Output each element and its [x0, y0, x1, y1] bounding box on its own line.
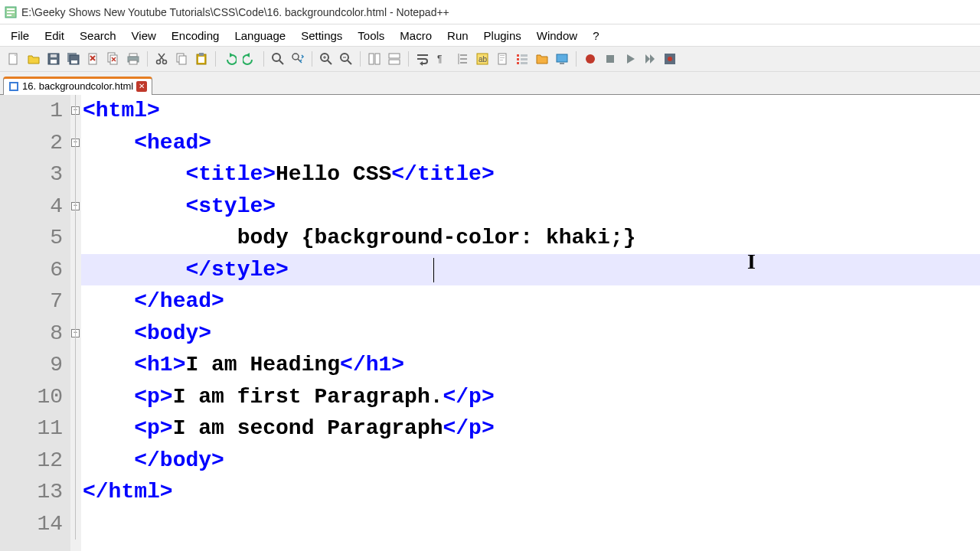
zoom-out-icon[interactable]: [337, 50, 355, 68]
code-line[interactable]: body {background-color: khaki;}: [81, 222, 980, 254]
svg-rect-70: [606, 55, 614, 63]
code-line[interactable]: [81, 508, 980, 540]
code-line[interactable]: </html>: [81, 476, 980, 508]
separator: [147, 51, 148, 67]
svg-rect-27: [179, 56, 186, 64]
line-number: 11: [0, 412, 63, 445]
tabbar: 16. backgroundcolor.html ✕: [0, 72, 980, 95]
copy-icon[interactable]: [172, 50, 191, 68]
open-file-icon[interactable]: [24, 50, 43, 68]
file-icon: [8, 81, 19, 92]
menu-macro[interactable]: Macro: [392, 26, 439, 45]
svg-point-69: [586, 54, 595, 64]
svg-rect-2: [7, 11, 15, 13]
save-icon[interactable]: [44, 50, 63, 68]
svg-text:ab: ab: [479, 55, 488, 64]
record-icon[interactable]: [581, 50, 599, 68]
separator: [215, 51, 216, 67]
folder-icon[interactable]: [533, 50, 551, 68]
wordwrap-icon[interactable]: [413, 50, 432, 68]
svg-rect-63: [517, 58, 519, 60]
menu-search[interactable]: Search: [72, 26, 124, 45]
mouse-ibeam-icon: I: [747, 249, 756, 274]
menu-tools[interactable]: Tools: [350, 26, 392, 45]
menu-view[interactable]: View: [124, 26, 164, 45]
zoom-in-icon[interactable]: [317, 50, 335, 68]
close-icon[interactable]: [84, 50, 103, 68]
line-number: 4: [0, 191, 63, 223]
text-caret: [433, 258, 434, 282]
code-area[interactable]: <html> <head> <title>Hello CSS</title> <…: [81, 95, 980, 551]
cut-icon[interactable]: [152, 50, 171, 68]
svg-line-24: [159, 54, 165, 60]
code-line[interactable]: <body>: [81, 318, 980, 350]
svg-marker-72: [645, 54, 650, 64]
print-icon[interactable]: [124, 50, 142, 68]
all-chars-icon[interactable]: ¶: [433, 50, 452, 68]
line-number: 2: [0, 127, 63, 159]
save-all-icon[interactable]: [64, 50, 83, 68]
menu-window[interactable]: Window: [529, 26, 585, 45]
fold-column: −−−−: [70, 95, 81, 551]
svg-rect-1: [7, 8, 15, 10]
close-all-icon[interactable]: [104, 50, 122, 68]
redo-icon[interactable]: [240, 50, 259, 68]
svg-line-34: [279, 60, 283, 64]
sync-v-icon[interactable]: [365, 50, 384, 68]
paste-icon[interactable]: [192, 50, 211, 68]
new-file-icon[interactable]: [5, 50, 23, 68]
svg-rect-44: [369, 54, 374, 64]
menu-edit[interactable]: Edit: [37, 26, 72, 45]
svg-marker-49: [420, 61, 423, 66]
code-line[interactable]: <title>Hello CSS</title>: [81, 158, 980, 191]
play-multi-icon[interactable]: [641, 50, 659, 68]
save-macro-icon[interactable]: [661, 50, 679, 68]
toolbar: ¶ab: [0, 46, 980, 72]
menu-language[interactable]: Language: [227, 26, 293, 45]
menubar: FileEditSearchViewEncodingLanguageSettin…: [0, 24, 980, 46]
app-icon: [5, 6, 17, 18]
code-line[interactable]: <style>: [81, 191, 980, 223]
code-line[interactable]: <html>: [81, 95, 980, 127]
line-number: 14: [0, 508, 63, 540]
replace-icon[interactable]: [289, 50, 307, 68]
close-tab-icon[interactable]: ✕: [136, 81, 147, 92]
svg-rect-47: [389, 60, 400, 64]
find-icon[interactable]: [269, 50, 287, 68]
menu-plugins[interactable]: Plugins: [476, 26, 529, 45]
menu-settings[interactable]: Settings: [293, 26, 350, 45]
svg-rect-7: [51, 60, 57, 64]
line-number: 1: [0, 95, 63, 127]
doc-map-icon[interactable]: [493, 50, 511, 68]
code-line[interactable]: <h1>I am Heading</h1>: [81, 349, 980, 381]
svg-rect-45: [375, 54, 380, 64]
svg-point-35: [292, 54, 299, 60]
code-line[interactable]: <p>I am first Paragraph.</p>: [81, 381, 980, 413]
tab-file[interactable]: 16. backgroundcolor.html ✕: [3, 77, 152, 95]
code-line[interactable]: </style>: [81, 254, 980, 286]
svg-marker-31: [230, 53, 234, 57]
code-line[interactable]: </body>: [81, 445, 980, 477]
svg-rect-61: [517, 54, 519, 57]
indent-guide-icon[interactable]: [453, 50, 472, 68]
editor[interactable]: 1234567891011121314 −−−− <html> <head> <…: [0, 95, 980, 551]
svg-point-33: [273, 54, 280, 61]
sync-h-icon[interactable]: [385, 50, 403, 68]
code-line[interactable]: <head>: [81, 127, 980, 159]
play-icon[interactable]: [621, 50, 639, 68]
menu-[interactable]: ?: [585, 26, 606, 45]
undo-icon[interactable]: [220, 50, 239, 68]
line-number: 10: [0, 381, 63, 413]
monitor-icon[interactable]: [553, 50, 571, 68]
code-line[interactable]: <p>I am second Paragraph</p>: [81, 412, 980, 445]
menu-file[interactable]: File: [3, 26, 37, 45]
lang-icon[interactable]: ab: [473, 50, 492, 68]
menu-encoding[interactable]: Encoding: [164, 26, 227, 45]
separator: [408, 51, 409, 67]
func-list-icon[interactable]: [513, 50, 531, 68]
menu-run[interactable]: Run: [439, 26, 476, 45]
stop-icon[interactable]: [601, 50, 619, 68]
code-line[interactable]: </head>: [81, 285, 980, 318]
svg-rect-8: [51, 54, 57, 57]
svg-rect-67: [557, 54, 567, 62]
